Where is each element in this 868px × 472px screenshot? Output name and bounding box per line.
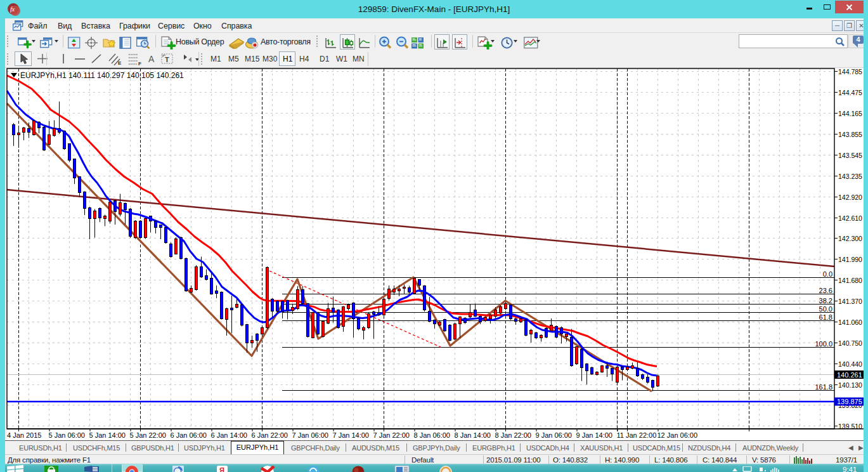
svg-text:161.8: 161.8 [815,383,832,391]
svg-text:T: T [165,56,169,63]
svg-text:140.130: 140.130 [838,381,862,389]
svg-text:8 Jan 06:00: 8 Jan 06:00 [414,431,451,439]
svg-text:38.2: 38.2 [819,297,832,305]
svg-text:7 Jan 22:00: 7 Jan 22:00 [373,431,410,439]
svg-text:140.261: 140.261 [837,371,862,379]
svg-text:5 Jan 22:00: 5 Jan 22:00 [130,431,167,439]
svg-text:143.855: 143.855 [838,131,862,138]
svg-text:144.785: 144.785 [838,68,862,75]
svg-text:EURJPYh,H1 140.111 140.297 14: EURJPYh,H1 140.111 140.297 140.105 140.2… [20,71,184,80]
svg-text:7 Jan 14:00: 7 Jan 14:00 [333,431,370,439]
svg-text:140.750: 140.750 [838,339,862,347]
svg-text:23.6: 23.6 [819,287,832,294]
svg-text:142.920: 142.920 [838,193,862,201]
svg-text:141.680: 141.680 [838,277,862,284]
svg-text:8 Jan 14:00: 8 Jan 14:00 [455,431,491,439]
svg-text:0.0: 0.0 [823,270,832,278]
svg-text:139.875: 139.875 [837,398,862,405]
svg-text:141.060: 141.060 [838,318,862,326]
svg-text:144.165: 144.165 [838,110,862,117]
svg-text:7 Jan 06:00: 7 Jan 06:00 [292,431,329,439]
svg-text:140.440: 140.440 [838,360,862,368]
svg-text:4 Jan 2015: 4 Jan 2015 [7,431,41,439]
svg-text:5 Jan 06:00: 5 Jan 06:00 [49,431,86,439]
svg-text:100.0: 100.0 [815,340,832,348]
svg-text:142.300: 142.300 [838,235,862,242]
svg-text:141.370: 141.370 [838,298,862,305]
svg-text:61.8: 61.8 [819,313,832,321]
svg-text:142.610: 142.610 [838,214,862,222]
svg-text:143.545: 143.545 [838,152,862,159]
svg-text:F: F [138,61,141,65]
svg-text:Я: Я [219,466,224,472]
svg-text:6 Jan 14:00: 6 Jan 14:00 [211,431,248,439]
svg-text:E: E [118,60,122,65]
svg-text:5 Jan 14:00: 5 Jan 14:00 [89,431,126,439]
svg-text:8 Jan 22:00: 8 Jan 22:00 [495,431,532,439]
svg-text:141.990: 141.990 [838,256,862,263]
svg-text:9 Jan 06:00: 9 Jan 06:00 [536,431,573,439]
svg-text:6 Jan 22:00: 6 Jan 22:00 [252,431,288,439]
svg-text:11 Jan 22:00: 11 Jan 22:00 [617,431,657,439]
svg-text:9 Jan 14:00: 9 Jan 14:00 [576,431,613,439]
svg-text:6 Jan 06:00: 6 Jan 06:00 [171,431,207,439]
svg-text:143.235: 143.235 [838,173,862,180]
svg-text:50.0: 50.0 [819,305,832,313]
svg-text:144.475: 144.475 [838,89,862,96]
svg-text:12 Jan 06:00: 12 Jan 06:00 [657,431,698,439]
